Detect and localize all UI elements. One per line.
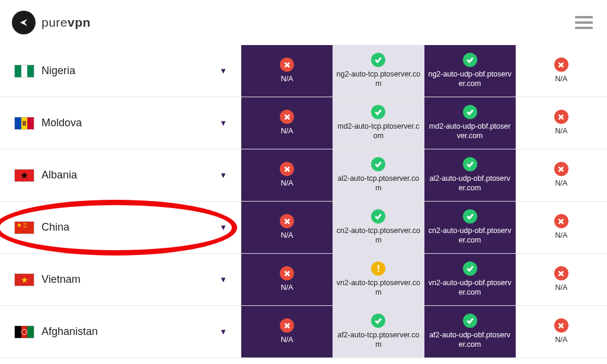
country-name: Moldova: [41, 117, 82, 129]
table-row: Afghanistan▼N/Aaf2-auto-tcp.ptoserver.co…: [0, 306, 607, 358]
server-status-cell: md2-auto-tcp.ptoserver.com: [333, 97, 424, 149]
server-status-cell: md2-auto-udp-obf.ptoserver.com: [424, 97, 516, 149]
server-address: N/A: [555, 179, 567, 189]
server-status-cell: al2-auto-tcp.ptoserver.com: [333, 149, 424, 201]
server-address: N/A: [281, 231, 293, 241]
logo-icon: [12, 11, 36, 34]
server-status-cell: N/A: [516, 149, 607, 201]
table-row: Moldova▼N/Amd2-auto-tcp.ptoserver.commd2…: [0, 97, 607, 149]
brand-bold: vpn: [68, 15, 91, 29]
server-status-cell: N/A: [241, 45, 333, 97]
chevron-down-icon: ▼: [219, 119, 227, 127]
server-status-cell: ng2-auto-tcp.ptoserver.com: [333, 45, 424, 97]
server-address: N/A: [555, 231, 567, 241]
server-status-cell: !vn2-auto-tcp.ptoserver.com: [333, 254, 424, 305]
flag-icon: [14, 169, 34, 182]
server-status-cell: N/A: [241, 202, 333, 253]
server-status-cell: N/A: [516, 202, 607, 253]
country-name: China: [41, 221, 69, 234]
server-address: vn2-auto-udp-obf.ptoserver.com: [428, 279, 512, 297]
server-address: cn2-auto-udp-obf.ptoserver.com: [428, 226, 512, 245]
brand-pre: pure: [41, 15, 68, 29]
server-status-cell: N/A: [516, 97, 607, 149]
check-icon: [463, 209, 477, 223]
cross-icon: [280, 214, 294, 228]
country-cell[interactable]: Nigeria▼: [0, 45, 241, 97]
server-address: ng2-auto-tcp.ptoserver.com: [336, 70, 420, 88]
header: purevpn: [0, 0, 607, 45]
server-status-cell: cn2-auto-udp-obf.ptoserver.com: [424, 202, 516, 253]
server-status-cell: N/A: [241, 97, 333, 149]
cross-icon: [280, 318, 294, 333]
server-status-cell: N/A: [516, 306, 607, 357]
cross-icon: [280, 58, 294, 72]
server-status-cell: al2-auto-udp-obf.ptoserver.com: [424, 149, 516, 201]
check-icon: [463, 261, 477, 276]
cross-icon: [554, 266, 568, 280]
server-table: Nigeria▼N/Ang2-auto-tcp.ptoserver.comng2…: [0, 45, 607, 358]
server-address: N/A: [281, 179, 293, 189]
cross-icon: [554, 58, 568, 72]
server-status-cell: af2-auto-udp-obf.ptoserver.com: [424, 306, 516, 357]
country-cell[interactable]: ★Vietnam▼: [0, 254, 241, 305]
logo-text: purevpn: [41, 15, 91, 30]
server-address: ng2-auto-udp-obf.ptoserver.com: [428, 70, 512, 88]
flag-icon: [14, 325, 34, 339]
cross-icon: [280, 266, 294, 280]
menu-button[interactable]: [575, 16, 593, 29]
server-status-cell: vn2-auto-udp-obf.ptoserver.com: [424, 254, 516, 305]
cross-icon: [554, 162, 568, 176]
flag-icon: [14, 65, 34, 78]
server-status-cell: N/A: [241, 149, 333, 201]
flag-icon: ★: [14, 273, 34, 286]
cross-icon: [280, 110, 294, 124]
chevron-down-icon: ▼: [219, 275, 227, 284]
check-icon: [463, 157, 477, 171]
flag-icon: [14, 117, 34, 130]
server-address: N/A: [555, 127, 567, 136]
cross-icon: [554, 110, 568, 124]
server-address: al2-auto-tcp.ptoserver.com: [336, 174, 420, 193]
arrow-icon: [18, 17, 29, 28]
server-address: N/A: [281, 283, 293, 293]
cross-icon: [554, 214, 568, 228]
server-address: N/A: [281, 336, 293, 345]
country-cell[interactable]: Albania▼: [0, 149, 241, 201]
server-status-cell: af2-auto-tcp.ptoserver.com: [333, 306, 424, 357]
server-address: N/A: [281, 127, 293, 136]
country-cell[interactable]: Afghanistan▼: [0, 306, 241, 357]
server-status-cell: N/A: [516, 254, 607, 305]
server-address: af2-auto-udp-obf.ptoserver.com: [428, 331, 512, 349]
logo[interactable]: purevpn: [12, 11, 91, 34]
cross-icon: [280, 162, 294, 176]
chevron-down-icon: ▼: [219, 171, 227, 180]
check-icon: [463, 53, 477, 67]
server-address: md2-auto-tcp.ptoserver.com: [336, 122, 420, 141]
check-icon: [371, 314, 385, 328]
cross-icon: [554, 318, 568, 333]
server-address: al2-auto-udp-obf.ptoserver.com: [428, 174, 512, 193]
country-cell[interactable]: Moldova▼: [0, 97, 241, 149]
server-status-cell: cn2-auto-tcp.ptoserver.com: [333, 202, 424, 253]
country-name: Afghanistan: [41, 325, 98, 338]
server-address: N/A: [555, 283, 567, 293]
server-address: vn2-auto-tcp.ptoserver.com: [336, 279, 420, 297]
table-row: Nigeria▼N/Ang2-auto-tcp.ptoserver.comng2…: [0, 45, 607, 97]
warn-icon: !: [371, 261, 385, 276]
check-icon: [371, 53, 385, 67]
server-status-cell: N/A: [241, 306, 333, 357]
server-address: af2-auto-tcp.ptoserver.com: [336, 331, 420, 349]
flag-icon: [14, 221, 34, 234]
table-row: Albania▼N/Aal2-auto-tcp.ptoserver.comal2…: [0, 149, 607, 202]
server-status-cell: N/A: [516, 45, 607, 97]
server-address: N/A: [281, 75, 293, 84]
check-icon: [371, 105, 385, 119]
server-address: N/A: [555, 75, 567, 84]
country-name: Nigeria: [41, 65, 75, 77]
server-address: cn2-auto-tcp.ptoserver.com: [336, 226, 420, 245]
check-icon: [463, 105, 477, 119]
check-icon: [463, 314, 477, 328]
check-icon: [371, 157, 385, 171]
country-cell[interactable]: China▼: [0, 202, 241, 253]
country-name: Vietnam: [41, 273, 81, 286]
